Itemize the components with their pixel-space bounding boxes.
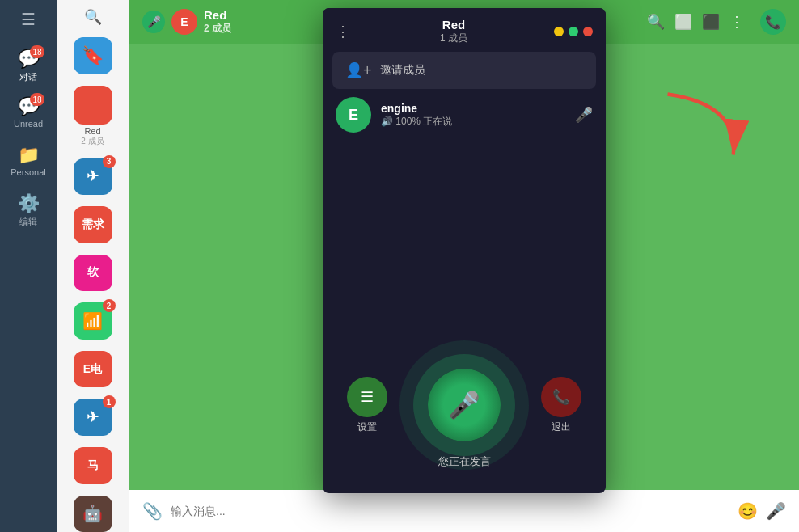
invite-label: 邀请成员 (380, 63, 425, 78)
header-mic-icon[interactable]: 🎤 (142, 11, 165, 33)
invite-icon: 👤+ (345, 61, 372, 79)
sidebar-item-label-edit: 编辑 (19, 216, 37, 228)
sidebar-item-edit[interactable]: ⚙️ 编辑 (0, 187, 57, 234)
sidebar-item-personal[interactable]: 📁 Personal (0, 138, 57, 184)
header-phone-icon[interactable]: 📞 (760, 9, 786, 35)
channel-wifi[interactable]: 📶 2 (74, 302, 112, 340)
window-minimize-button[interactable] (554, 27, 564, 36)
sidebar-item-label-chat: 对话 (19, 71, 37, 83)
hamburger-menu-icon[interactable]: ☰ (21, 10, 36, 29)
chat-nav-icon: 💬 18 (18, 49, 40, 70)
call-member-info: engine 🔊 100% 正在说 (381, 102, 565, 129)
channel-ma[interactable]: 马 (74, 447, 112, 484)
channel-search-icon[interactable]: 🔍 (84, 8, 102, 26)
channel-soft[interactable]: 软 (74, 255, 112, 292)
channel-telegram-badge: 3 (103, 155, 116, 168)
channel-wifi-badge: 2 (103, 299, 116, 312)
call-window-title: Red 1 成员 (353, 18, 554, 45)
sidebar-item-chat[interactable]: 💬 18 对话 (0, 42, 57, 90)
channel-bookmark[interactable]: 🔖 (74, 37, 112, 74)
exit-btn-label: 退出 (552, 420, 571, 434)
call-member-name: engine (381, 102, 565, 115)
channel-red-sublabel: 2 成员 (81, 136, 104, 147)
call-more-button[interactable]: ⋮ (336, 23, 350, 40)
call-subtitle-text: 1 成员 (353, 32, 554, 45)
edit-nav-icon: ⚙️ (18, 193, 40, 214)
channel-red[interactable]: Red 2 成员 (61, 86, 125, 147)
channel-xuqiu[interactable]: 需求 (74, 206, 112, 243)
arrow-annotation (645, 84, 750, 165)
header-user-avatar: E (171, 9, 197, 35)
member-mic-icon[interactable]: 🎤 (575, 106, 593, 124)
window-maximize-button[interactable] (569, 27, 578, 36)
call-title-text: Red (353, 18, 554, 32)
window-close-button[interactable] (583, 27, 593, 36)
personal-nav-icon: 📁 (18, 145, 40, 166)
call-member-status: 🔊 100% 正在说 (381, 115, 565, 129)
call-member-avatar: E (336, 97, 371, 133)
call-window-header: ⋮ Red 1 成员 (323, 8, 606, 52)
channel-edian[interactable]: E电 (74, 351, 112, 388)
call-controls: ☰ 设置 🎤 📞 退出 您正在发言 (323, 353, 606, 493)
input-mic-icon[interactable]: 🎤 (766, 501, 786, 521)
call-member-item: E engine 🔊 100% 正在说 🎤 (323, 89, 606, 141)
call-exit-button[interactable]: 📞 退出 (541, 377, 581, 434)
sidebar-item-unread[interactable]: 💬 18 Unread (0, 90, 57, 135)
chat-header-actions: 🔍 ⬜ ⬛ ⋮ (647, 13, 744, 31)
exit-btn-circle: 📞 (541, 377, 581, 417)
emoji-icon[interactable]: 😊 (738, 501, 758, 521)
unread-badge: 18 (30, 93, 44, 106)
settings-btn-circle: ☰ (347, 377, 387, 417)
header-mode-icon[interactable]: ⬜ (674, 13, 692, 31)
call-settings-button[interactable]: ☰ 设置 (347, 377, 387, 434)
sidebar-item-label-personal: Personal (11, 167, 45, 177)
attach-icon[interactable]: 📎 (142, 501, 163, 521)
channel-red-avatar (74, 86, 112, 125)
channel-telegram2-badge: 1 (103, 395, 116, 408)
chat-input-bar: 📎 😊 🎤 (129, 490, 799, 532)
call-invite-member[interactable]: 👤+ 邀请成员 (332, 52, 596, 89)
call-speaking-text: 您正在发言 (438, 454, 491, 469)
sidebar-item-label-unread: Unread (14, 119, 43, 129)
sidebar: ☰ 💬 18 对话 💬 18 Unread 📁 Personal ⚙️ 编辑 (0, 0, 57, 532)
chat-badge: 18 (30, 45, 44, 58)
channel-telegram[interactable]: ✈ 3 (74, 158, 112, 196)
channel-telegram2[interactable]: ✈ 1 (74, 399, 112, 436)
call-main-mic-button[interactable]: 🎤 (428, 369, 501, 441)
call-spacer (323, 141, 606, 353)
header-more-icon[interactable]: ⋮ (729, 13, 744, 31)
chat-input-field[interactable] (171, 505, 729, 517)
call-window-controls (554, 27, 593, 36)
header-search-icon[interactable]: 🔍 (647, 13, 665, 31)
chat-area: 🎤 E Red 2 成员 🔍 ⬜ ⬛ ⋮ 📞 (129, 0, 799, 532)
channel-list: 🔍 🔖 Red 2 成员 ✈ 3 需求 软 📶 2 E电 ✈ 1 马 🤖 (57, 0, 129, 532)
header-layout-icon[interactable]: ⬛ (702, 13, 720, 31)
voice-call-window: ⋮ Red 1 成员 👤+ 邀请成员 E (323, 8, 606, 493)
channel-red-label: Red (84, 126, 100, 136)
settings-btn-label: 设置 (357, 420, 377, 434)
unread-nav-icon: 💬 18 (18, 96, 40, 117)
channel-android[interactable]: 🤖 (74, 496, 112, 533)
call-action-row: ☰ 设置 🎤 📞 退出 (323, 369, 606, 441)
